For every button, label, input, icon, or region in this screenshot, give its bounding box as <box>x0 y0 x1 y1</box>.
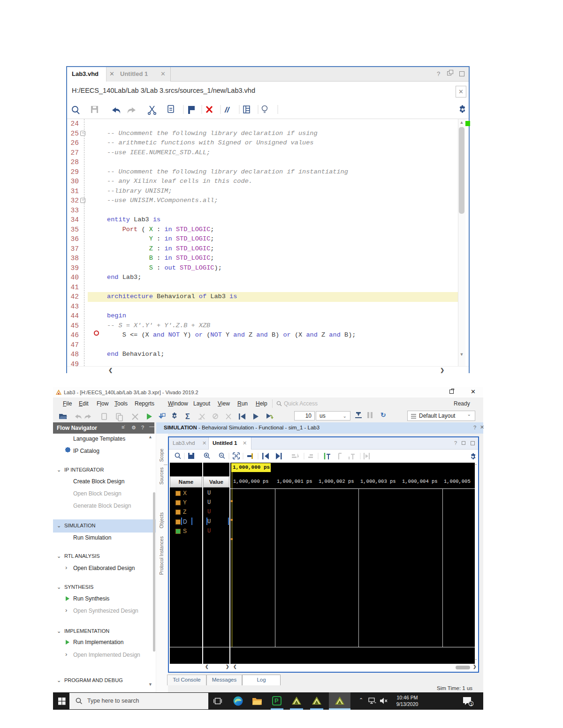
svg-text:1: 1 <box>470 702 472 706</box>
svg-text:Σ: Σ <box>185 413 190 420</box>
svg-text://: // <box>224 105 230 114</box>
